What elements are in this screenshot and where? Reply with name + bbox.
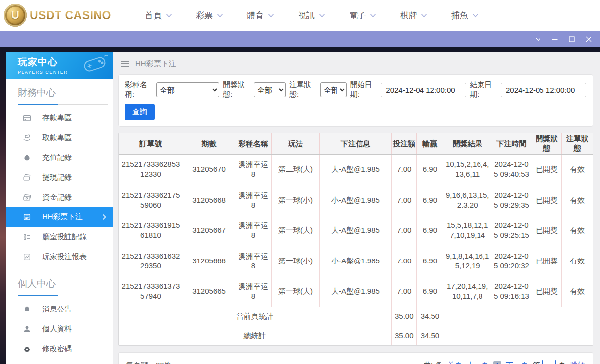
page-number-input[interactable] — [542, 360, 556, 364]
section-divider — [18, 295, 108, 296]
page-title: HH彩票下注 — [135, 59, 176, 69]
sidebar-item-label: 修改密碼 — [42, 344, 72, 354]
first-page-link[interactable]: 首页 — [447, 361, 462, 364]
bets-table-panel: 訂單號期數彩種名稱玩法下注信息投注額輸贏開獎結果下注時間開獎狀態注單狀態 215… — [118, 133, 593, 346]
table-row: 215217333616322935031205666澳洲幸运8第一球(小)小-… — [119, 246, 593, 276]
jump-button[interactable]: 跳转 — [570, 361, 585, 364]
nav-item-6[interactable]: 棋牌 — [400, 10, 427, 21]
brand-logo[interactable]: U USDT CASINO — [4, 4, 111, 27]
deposit-card-icon — [23, 114, 31, 122]
table-cell: 大-A盤@1.985 — [319, 276, 391, 307]
hamburger-menu-icon[interactable] — [121, 61, 129, 67]
table-cell: 大-A盤@1.985 — [319, 155, 391, 185]
table-cell: 有效 — [562, 215, 593, 246]
sidebar-item-HH彩票下注[interactable]: HH彩票下注 — [6, 207, 113, 227]
player-report-icon — [23, 253, 31, 261]
sidebar-item-提現記錄[interactable]: 提現記錄 — [6, 167, 113, 187]
end-date-input[interactable] — [501, 83, 586, 97]
sidebar-item-label: 消息公告 — [42, 305, 72, 314]
table-cell: 2024-12-05 09:40:53 — [491, 155, 532, 185]
table-cell: 7.00 — [392, 185, 417, 215]
sidebar-item-個人資料[interactable]: 個人資料 — [6, 319, 113, 339]
table-cell: 第一球(小) — [272, 246, 319, 276]
sidebar-item-label: 取款專區 — [42, 133, 72, 143]
table-cell: 31205665 — [183, 276, 235, 307]
chevron-down-icon — [421, 13, 427, 18]
table-cell: 31205670 — [183, 155, 235, 185]
funds-record-icon — [23, 193, 31, 202]
table-cell: 有效 — [562, 246, 593, 276]
start-date-input[interactable] — [381, 83, 466, 97]
brand-logo-icon: U — [4, 4, 27, 27]
main-content: HH彩票下注 彩種名稱: 全部 開獎狀態: 全部 注單狀態: 全部 開始日期: … — [113, 52, 600, 364]
nav-item-3[interactable]: 體育 — [247, 10, 274, 21]
table-cell: 6.90 — [417, 276, 444, 307]
window-dropdown-icon[interactable] — [534, 35, 541, 43]
summary-bet-total: 35.00 — [392, 326, 417, 345]
draw-status-select[interactable]: 全部 — [254, 82, 286, 97]
window-minimize-icon[interactable] — [551, 35, 558, 43]
table-cell: 澳洲幸运8 — [235, 185, 272, 215]
table-cell: 7.00 — [392, 246, 417, 276]
nav-item-label: 電子 — [349, 10, 366, 21]
nav-item-1[interactable]: 首頁 — [145, 10, 172, 21]
sidebar-item-取款專區[interactable]: 取款專區 — [6, 128, 113, 148]
window-close-icon[interactable] — [585, 35, 592, 43]
table-cell: 已開獎 — [532, 155, 562, 185]
table-cell: 已開獎 — [532, 215, 562, 246]
order-status-label: 注單狀態: — [289, 80, 317, 99]
nav-item-label: 彩票 — [196, 10, 213, 21]
nav-item-4[interactable]: 視訊 — [298, 10, 325, 21]
sidebar-item-玩家投注報表[interactable]: 玩家投注報表 — [6, 247, 113, 266]
table-cell: 已開獎 — [532, 185, 562, 215]
sidebar-item-資金記錄[interactable]: 資金記錄 — [6, 187, 113, 207]
table-cell: 澳洲幸运8 — [235, 155, 272, 185]
chevron-down-icon — [217, 13, 223, 18]
sidebar-item-存款專區[interactable]: 存款專區 — [6, 108, 113, 128]
total-count-text: 共5条 — [423, 361, 442, 364]
sidebar-item-消息公告[interactable]: 消息公告 — [6, 299, 113, 319]
table-cell: 6.90 — [417, 185, 444, 215]
nav-item-7[interactable]: 捕魚 — [451, 10, 479, 21]
filter-panel: 彩種名稱: 全部 開獎狀態: 全部 注單狀態: 全部 開始日期: 結束日期: 查… — [118, 74, 593, 127]
order-status-select[interactable]: 全部 — [320, 82, 347, 97]
table-row: 215217333613735794031205665澳洲幸运8第一球(大)大-… — [119, 276, 593, 307]
draw-status-label: 開獎狀態: — [223, 80, 250, 99]
table-cell: 澳洲幸运8 — [235, 276, 272, 307]
window-maximize-icon[interactable] — [568, 35, 575, 43]
table-cell: 第一球(大) — [272, 276, 319, 307]
jump-prefix-label: 第 — [533, 361, 540, 364]
summary-label: 當前頁統計 — [119, 307, 392, 326]
end-date-label: 結束日期: — [470, 80, 497, 99]
sidebar-item-label: 充值記錄 — [42, 153, 72, 162]
table-cell: 2024-12-05 09:25:15 — [491, 215, 532, 246]
current-page-indicator[interactable]: 1 — [493, 361, 501, 364]
column-header: 輸贏 — [417, 133, 444, 155]
table-cell: 17,20,14,19,10,11,7,8 — [444, 276, 491, 307]
prev-page-link[interactable]: 上一页 — [467, 361, 489, 364]
chevron-right-icon — [102, 213, 106, 222]
lottery-bet-icon — [23, 213, 31, 221]
sidebar-item-label: 提現記錄 — [42, 173, 72, 182]
table-cell: 2024-12-05 09:29:35 — [491, 185, 532, 215]
search-button[interactable]: 查詢 — [125, 104, 155, 120]
nav-item-2[interactable]: 彩票 — [196, 10, 223, 21]
column-header: 開獎結果 — [444, 133, 491, 155]
table-cell: 31205668 — [183, 185, 235, 215]
summary-row: 總統計35.0034.50 — [119, 326, 593, 345]
jump-suffix-label: 页 — [558, 361, 566, 364]
sidebar-item-label: 資金記錄 — [42, 193, 72, 202]
table-cell: 10,15,2,16,4,13,6,11 — [444, 155, 491, 185]
next-page-link[interactable]: 下一页 — [506, 361, 528, 364]
app-background: 玩家中心 PLAYERS CENTER 財務中心存款專區取款專區充值記錄提現記錄… — [0, 47, 600, 364]
sidebar-item-修改密碼[interactable]: 修改密碼 — [6, 339, 113, 359]
sidebar-item-廳室投註記錄[interactable]: 廳室投註記錄 — [6, 227, 113, 247]
hall-bet-record-icon — [23, 233, 31, 241]
table-cell: 31205667 — [183, 215, 235, 246]
sidebar-item-label: 存款專區 — [42, 113, 72, 123]
lottery-type-select[interactable]: 全部 — [156, 82, 219, 97]
page-header: HH彩票下注 — [118, 53, 593, 74]
table-cell: 第一球(大) — [272, 215, 319, 246]
sidebar-item-充值記錄[interactable]: 充值記錄 — [6, 148, 113, 167]
nav-item-5[interactable]: 電子 — [349, 10, 376, 21]
